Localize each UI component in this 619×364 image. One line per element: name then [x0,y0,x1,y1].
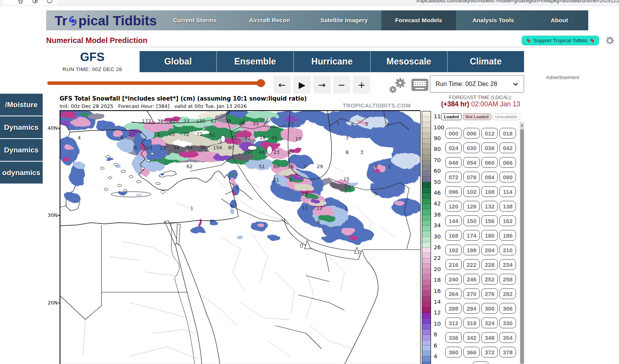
forecast-hour-button-342[interactable]: 342 [463,332,480,343]
hours-scrollbar[interactable] [520,122,524,364]
nav-item-satellite-imagery[interactable]: Satellite Imagery [307,10,381,30]
forecast-hour-button-186[interactable]: 186 [499,230,516,241]
nav-item-current-storms[interactable]: Current Storms [158,10,232,30]
legend-chip-unavail[interactable]: Unavailable [493,113,520,120]
forecast-hour-button-114[interactable]: 114 [499,186,516,197]
zoom-in-button[interactable]: + [353,76,370,94]
forecast-hour-button-084[interactable]: 084 [481,172,498,182]
forecast-hour-button-018[interactable]: 018 [499,128,516,139]
nav-item-aircraft-recon[interactable]: Aircraft Recon [232,10,307,30]
forecast-hour-button-096[interactable]: 096 [445,186,462,197]
forecast-hour-button-162[interactable]: 162 [499,215,516,226]
forecast-hour-button-006[interactable]: 006 [463,128,480,139]
forecast-hour-button-138[interactable]: 138 [499,201,516,212]
run-time-select[interactable]: Run Time: 00Z Dec 28 [430,75,524,93]
forecast-hour-button-126[interactable]: 126 [463,201,480,212]
legend-chip-notloaded[interactable]: Not Loaded [463,113,492,120]
forecast-hour-button-270[interactable]: 270 [463,288,480,299]
forecast-hour-button-246[interactable]: 246 [463,274,480,285]
forecast-hour-button-264[interactable]: 264 [445,288,462,299]
sidebar-item-1[interactable]: Dynamics [0,116,43,138]
forecast-hour-button-078[interactable]: 078 [463,172,480,182]
forecast-hour-button-210[interactable]: 210 [499,245,516,255]
forecast-hour-button-228[interactable]: 228 [481,259,498,270]
support-button[interactable]: Support Tropical Tidbits [522,36,599,45]
forecast-hour-button-378[interactable]: 378 [499,347,516,357]
forecast-hour-button-324[interactable]: 324 [481,318,498,328]
forecast-hour-button-216[interactable]: 216 [445,259,462,270]
forecast-hour-button-360[interactable]: 360 [445,347,462,357]
forecast-hour-button-072[interactable]: 072 [445,172,462,182]
tab-climate[interactable]: Climate [447,51,524,72]
forecast-hour-button-066[interactable]: 066 [499,157,516,168]
site-logo[interactable]: Tr pical Tidbits [55,12,157,29]
forecast-hour-button-192[interactable]: 192 [445,245,462,255]
forecast-hour-button-144[interactable]: 144 [445,215,462,226]
forecast-hour-button-372[interactable]: 372 [481,347,498,357]
sidebar-item-3[interactable]: odynamics [0,162,43,184]
forecast-hour-button-366[interactable]: 366 [463,347,480,357]
step-forward-button[interactable]: → [313,76,331,94]
forecast-hour-slider-handle[interactable] [257,79,265,87]
forecast-hour-button-258[interactable]: 258 [499,274,516,285]
tab-ensemble[interactable]: Ensemble [216,51,293,72]
forecast-hour-button-180[interactable]: 180 [481,230,498,241]
nav-item-about[interactable]: About [531,10,588,30]
forecast-hour-button-282[interactable]: 282 [499,288,516,299]
bookmark-star-icon[interactable] [18,0,23,4]
forecast-hour-button-276[interactable]: 276 [481,288,498,299]
forecast-hour-button-384[interactable]: 384 [473,361,489,364]
scrollbar-thumb[interactable] [520,129,524,364]
forecast-hour-button-102[interactable]: 102 [463,186,480,197]
legend-chip-loaded[interactable]: Loaded [441,113,461,120]
forecast-hour-button-090[interactable]: 090 [499,172,516,182]
forecast-hour-button-234[interactable]: 234 [499,259,516,270]
forecast-hour-button-348[interactable]: 348 [481,332,498,343]
forecast-hour-button-306[interactable]: 306 [499,303,516,314]
forecast-hour-button-120[interactable]: 120 [445,201,462,212]
sidebar-item-0[interactable]: /Moisture [0,94,43,116]
sidebar-item-2[interactable]: Dynamics [0,139,43,161]
forecast-hour-button-156[interactable]: 156 [481,215,498,226]
page-settings-gear-icon[interactable] [604,35,615,48]
zoom-out-button[interactable]: − [333,76,350,94]
forecast-hour-button-300[interactable]: 300 [481,303,498,314]
forecast-hour-button-132[interactable]: 132 [481,201,498,212]
keyboard-shortcuts-icon[interactable] [411,79,428,91]
forecast-hour-button-330[interactable]: 330 [499,318,516,328]
forecast-hour-button-048[interactable]: 048 [445,157,462,168]
forecast-hour-button-336[interactable]: 336 [445,332,462,343]
forecast-hour-button-000[interactable]: 000 [445,128,462,139]
forecast-hour-button-012[interactable]: 012 [481,128,498,139]
forecast-hour-button-150[interactable]: 150 [463,215,480,226]
forecast-hour-button-030[interactable]: 030 [463,142,480,153]
monitor-icon[interactable] [47,0,53,4]
forecast-hour-button-354[interactable]: 354 [499,332,516,343]
forecast-hour-button-108[interactable]: 108 [481,186,498,197]
settings-gears-icon[interactable] [388,77,408,94]
tab-mesoscale[interactable]: Mesoscale [370,51,447,72]
forecast-hour-button-036[interactable]: 036 [481,142,498,153]
forecast-hour-button-312[interactable]: 312 [445,318,462,328]
forecast-hour-button-222[interactable]: 222 [463,259,480,270]
step-back-button[interactable]: ← [273,76,291,94]
scrollbar-up-arrow[interactable] [520,122,524,128]
forecast-hour-button-168[interactable]: 168 [445,230,462,241]
forecast-hour-button-174[interactable]: 174 [463,230,480,241]
tab-hurricane[interactable]: Hurricane [293,51,370,72]
tab-global[interactable]: Global [140,51,216,72]
forecast-hour-button-204[interactable]: 204 [481,245,498,255]
forecast-hour-button-318[interactable]: 318 [463,318,480,328]
forecast-hour-button-288[interactable]: 288 [445,303,462,314]
forecast-hour-button-294[interactable]: 294 [463,303,480,314]
forecast-hour-button-024[interactable]: 024 [445,142,462,153]
forecast-hour-button-054[interactable]: 054 [463,157,480,168]
play-button[interactable]: ▶ [293,76,311,94]
forecast-hour-button-240[interactable]: 240 [445,274,462,285]
forecast-hour-button-060[interactable]: 060 [481,157,498,168]
nav-item-forecast-models[interactable]: Forecast Models [381,10,456,30]
forecast-hour-slider[interactable] [47,81,265,85]
send-to-device-icon[interactable] [32,0,38,4]
forecast-hour-button-198[interactable]: 198 [463,245,480,255]
forecast-hour-button-252[interactable]: 252 [481,274,498,285]
